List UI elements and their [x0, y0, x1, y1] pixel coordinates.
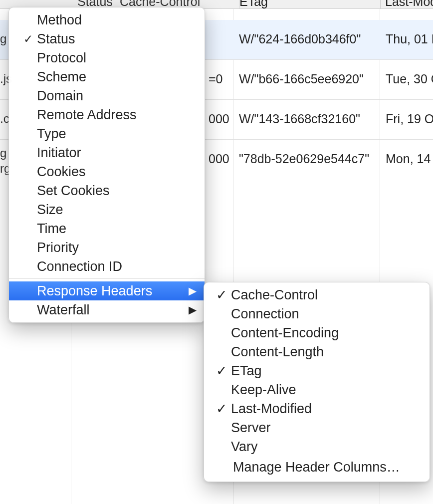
submenu-item-last-modified[interactable]: ✓ Last-Modified [204, 399, 430, 418]
menu-item-label: Connection ID [35, 259, 198, 274]
menu-item-domain[interactable]: Domain [9, 86, 205, 105]
header-last-modified[interactable]: Last-Mod [385, 0, 433, 9]
menu-item-label: Domain [35, 88, 198, 104]
menu-item-connection-id[interactable]: Connection ID [9, 257, 205, 276]
menu-item-label: Initiator [35, 145, 198, 161]
menu-item-size[interactable]: Size [9, 200, 205, 219]
etag-cell: W/"b66-166c5ee6920" [239, 72, 364, 86]
menu-item-type[interactable]: Type [9, 124, 205, 143]
submenu-item-manage-header-columns[interactable]: Manage Header Columns… [204, 456, 430, 479]
name-cell: .c [0, 112, 9, 126]
menu-item-label: Content-Encoding [231, 325, 339, 341]
menu-item-set-cookies[interactable]: Set Cookies [9, 181, 205, 200]
menu-item-label: Vary [231, 439, 258, 455]
submenu-item-keep-alive[interactable]: Keep-Alive [204, 380, 430, 399]
menu-item-protocol[interactable]: Protocol [9, 48, 205, 67]
menu-item-time[interactable]: Time [9, 219, 205, 238]
submenu-item-content-encoding[interactable]: Content-Encoding [204, 323, 430, 342]
submenu-arrow-icon: ▶ [189, 304, 198, 316]
submenu-item-connection[interactable]: Connection [204, 304, 430, 323]
menu-item-label: Remote Address [35, 107, 198, 123]
response-headers-submenu: ✓ Cache-Control Connection Content-Encod… [204, 282, 430, 482]
menu-item-method[interactable]: Method [9, 10, 205, 29]
menu-item-label: Set Cookies [35, 183, 198, 199]
menu-item-label: Cookies [35, 164, 198, 180]
menu-item-label: Cache-Control [231, 287, 318, 303]
last-modified-cell: Tue, 30 O [386, 72, 433, 86]
name-cell: g [0, 146, 6, 160]
menu-item-label: Response Headers [35, 283, 189, 299]
menu-item-waterfall[interactable]: Waterfall ▶ [9, 300, 205, 319]
menu-item-scheme[interactable]: Scheme [9, 67, 205, 86]
cache-cell: =0 [209, 72, 223, 86]
menu-separator [9, 278, 205, 279]
check-icon: ✓ [21, 32, 35, 46]
last-modified-cell: Mon, 14 M [386, 152, 433, 166]
etag-cell: W/"624-166d0b346f0" [239, 32, 361, 46]
etag-cell: W/"143-1668cf32160" [239, 112, 360, 126]
menu-item-label: Keep-Alive [231, 382, 296, 398]
menu-item-label: Waterfall [35, 302, 189, 318]
submenu-item-cache-control[interactable]: ✓ Cache-Control [204, 285, 430, 304]
cache-cell: 000 [209, 112, 229, 126]
menu-item-label: Priority [35, 240, 198, 255]
menu-item-label: Manage Header Columns… [233, 460, 400, 475]
menu-item-label: Connection [231, 306, 299, 322]
menu-item-label: Protocol [35, 50, 198, 66]
last-modified-cell: Thu, 01 N [386, 32, 433, 46]
etag-cell: "78db-52e0629e544c7" [239, 152, 369, 166]
submenu-item-vary[interactable]: Vary [204, 437, 430, 456]
last-modified-cell: Fri, 19 Oc [386, 112, 433, 126]
cache-cell: 000 [209, 152, 229, 166]
submenu-item-server[interactable]: Server [204, 418, 430, 437]
menu-item-status[interactable]: ✓ Status [9, 29, 205, 48]
submenu-item-etag[interactable]: ✓ ETag [204, 361, 430, 380]
check-icon: ✓ [216, 287, 231, 303]
menu-item-initiator[interactable]: Initiator [9, 143, 205, 162]
submenu-item-content-length[interactable]: Content-Length [204, 342, 430, 361]
menu-item-label: Scheme [35, 69, 198, 85]
menu-item-remote-address[interactable]: Remote Address [9, 105, 205, 124]
menu-item-label: Content-Length [231, 344, 324, 360]
name-cell: g [0, 32, 6, 46]
menu-item-label: Last-Modified [231, 401, 312, 417]
menu-item-label: Server [231, 420, 271, 436]
menu-item-response-headers[interactable]: Response Headers ▶ [9, 281, 205, 300]
menu-item-priority[interactable]: Priority [9, 238, 205, 257]
menu-item-label: Status [35, 31, 198, 47]
submenu-arrow-icon: ▶ [189, 285, 198, 297]
header-etag[interactable]: ETag [239, 0, 268, 9]
column-context-menu: Method ✓ Status Protocol Scheme Domain R… [8, 7, 205, 323]
check-icon: ✓ [216, 401, 231, 417]
menu-item-label: Size [35, 202, 198, 218]
menu-item-cookies[interactable]: Cookies [9, 162, 205, 181]
menu-item-label: Time [35, 221, 198, 237]
menu-item-label: ETag [231, 363, 262, 379]
menu-item-label: Type [35, 126, 198, 142]
menu-item-label: Method [35, 12, 198, 28]
check-icon: ✓ [216, 363, 231, 379]
